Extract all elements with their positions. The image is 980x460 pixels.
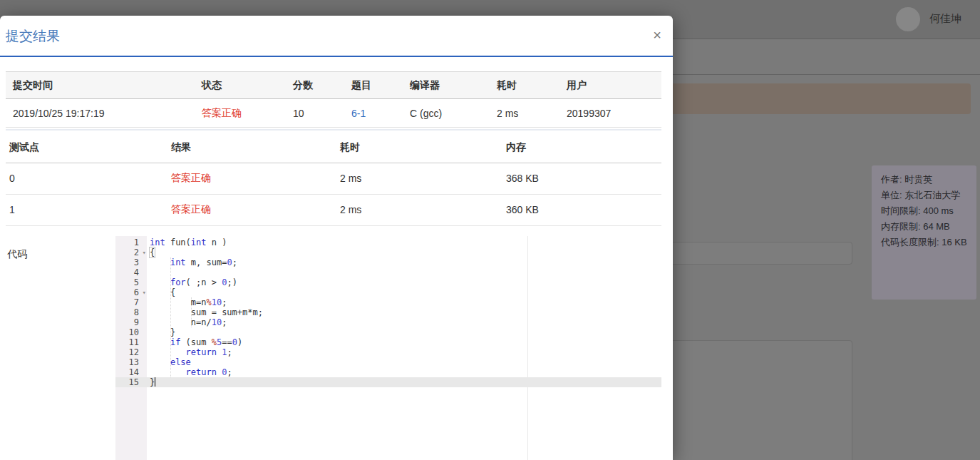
test-row: 0 答案正确 2 ms 368 KB <box>6 163 661 194</box>
user-name[interactable]: 何佳坤 <box>929 12 961 26</box>
line-number: 1 <box>115 237 147 247</box>
column-header: 耗时 <box>490 72 559 99</box>
problem-code-length-limit: 代码长度限制: 16 KB <box>881 235 976 250</box>
code-line-text: } <box>147 327 661 337</box>
tests-table: 测试点 结果 耗时 内存 0 答案正确 2 ms 368 KB 1 答案正确 2… <box>6 133 661 226</box>
cell-user: 20199307 <box>559 99 661 128</box>
column-header: 耗时 <box>336 133 502 163</box>
problem-memory-limit: 内存限制: 64 MB <box>881 219 976 235</box>
line-number: 7 <box>115 297 147 307</box>
code-line: 7 m=n%10; <box>115 297 661 307</box>
code-line: 5 for( ;n > 0;) <box>115 277 661 287</box>
cell-test-result: 答案正确 <box>167 163 336 194</box>
modal-header: 提交结果 × <box>0 16 673 57</box>
cell-test-memory: 360 KB <box>502 194 661 225</box>
code-line: 2▾{ <box>115 247 661 257</box>
line-number: 12 <box>115 347 147 357</box>
column-header: 状态 <box>195 72 286 99</box>
line-number: 14 <box>115 367 147 377</box>
problem-time-limit: 时间限制: 400 ms <box>881 203 976 219</box>
cell-submit-time: 2019/10/25 19:17:19 <box>6 99 195 128</box>
cell-test-time: 2 ms <box>336 163 502 194</box>
column-header: 内存 <box>502 133 661 163</box>
code-line: 4 <box>115 267 661 277</box>
close-icon[interactable]: × <box>653 28 661 42</box>
column-header: 编译器 <box>403 72 490 99</box>
fold-arrow-icon[interactable]: ▾ <box>143 249 146 256</box>
line-number: 10 <box>115 327 147 337</box>
cell-compiler: C (gcc) <box>403 99 490 128</box>
cell-test-id: 1 <box>6 194 167 225</box>
cell-status: 答案正确 <box>195 99 286 128</box>
column-header: 测试点 <box>6 133 167 163</box>
column-header: 分数 <box>286 72 344 99</box>
cell-test-result: 答案正确 <box>167 194 336 225</box>
problem-link[interactable]: 6-1 <box>351 108 366 119</box>
code-editor[interactable]: 1int fun(int n )2▾{3 int m, sum=0;45 for… <box>115 236 661 460</box>
text-cursor <box>155 377 155 387</box>
code-line-text: sum = sum+m*m; <box>147 307 661 317</box>
modal-title: 提交结果 <box>6 27 60 46</box>
code-line-text: for( ;n > 0;) <box>147 277 661 287</box>
problem-info-panel: 作者: 时贵英 单位: 东北石油大学 时间限制: 400 ms 内存限制: 64… <box>872 165 976 300</box>
code-line-text: { <box>147 287 661 297</box>
code-line-text: return 0; <box>147 367 661 377</box>
line-number: 2▾ <box>115 247 147 257</box>
code-line: 15} <box>115 377 661 387</box>
problem-unit: 单位: 东北石油大学 <box>881 188 976 203</box>
cell-score: 10 <box>286 99 344 128</box>
summary-table: 提交时间 状态 分数 题目 编译器 耗时 用户 2019/10/25 19:17… <box>6 71 661 128</box>
avatar[interactable] <box>896 7 920 31</box>
code-line: 6▾ { <box>115 287 661 297</box>
code-line: 13 else <box>115 357 661 367</box>
screen: 何佳坤 作者: 时贵英 单位: 东北石油大学 时间限制: 400 ms 内存限制… <box>0 0 980 460</box>
line-number: 5 <box>115 277 147 287</box>
line-number: 8 <box>115 307 147 317</box>
cell-test-time: 2 ms <box>336 194 502 225</box>
line-number: 3 <box>115 257 147 267</box>
code-line: 8 sum = sum+m*m; <box>115 307 661 317</box>
summary-table-underline <box>6 129 661 131</box>
code-line-text: int fun(int n ) <box>147 237 661 247</box>
column-header: 结果 <box>167 133 336 163</box>
code-line-text: else <box>147 357 661 367</box>
code-line-text: { <box>147 247 661 257</box>
summary-row: 2019/10/25 19:17:19 答案正确 10 6-1 C (gcc) … <box>6 99 661 128</box>
submission-result-modal: 提交结果 × 提交时间 状态 分数 题目 编译器 耗时 用户 2019/10/2… <box>0 16 673 460</box>
column-header: 题目 <box>344 72 403 99</box>
code-line: 1int fun(int n ) <box>115 237 661 247</box>
code-line: 11 if (sum %5==0) <box>115 337 661 347</box>
code-line: 9 n=n/10; <box>115 317 661 327</box>
code-lines: 1int fun(int n )2▾{3 int m, sum=0;45 for… <box>115 236 661 387</box>
line-number: 13 <box>115 357 147 367</box>
cell-test-memory: 368 KB <box>502 163 661 194</box>
cell-test-id: 0 <box>6 163 167 194</box>
test-row: 1 答案正确 2 ms 360 KB <box>6 194 661 225</box>
line-number: 6▾ <box>115 287 147 297</box>
line-number: 9 <box>115 317 147 327</box>
cell-time-used: 2 ms <box>490 99 559 128</box>
line-number: 15 <box>115 377 147 387</box>
code-line: 12 return 1; <box>115 347 661 357</box>
code-line-text: m=n%10; <box>147 297 661 307</box>
code-label: 代码 <box>7 248 27 261</box>
line-number: 11 <box>115 337 147 347</box>
column-header: 用户 <box>559 72 661 99</box>
code-line-text <box>147 267 661 277</box>
code-line-text: if (sum %5==0) <box>147 337 661 347</box>
problem-author: 作者: 时贵英 <box>881 172 976 188</box>
code-line-text: n=n/10; <box>147 317 661 327</box>
tests-header-row: 测试点 结果 耗时 内存 <box>6 133 661 163</box>
column-header: 提交时间 <box>6 72 195 99</box>
fold-arrow-icon[interactable]: ▾ <box>143 289 146 296</box>
code-line-text: int m, sum=0; <box>147 257 661 267</box>
code-line-text: return 1; <box>147 347 661 357</box>
line-number: 4 <box>115 267 147 277</box>
code-line: 14 return 0; <box>115 367 661 377</box>
summary-header-row: 提交时间 状态 分数 题目 编译器 耗时 用户 <box>6 72 661 99</box>
code-line-text: } <box>147 377 661 387</box>
code-line: 10 } <box>115 327 661 337</box>
code-line: 3 int m, sum=0; <box>115 257 661 267</box>
